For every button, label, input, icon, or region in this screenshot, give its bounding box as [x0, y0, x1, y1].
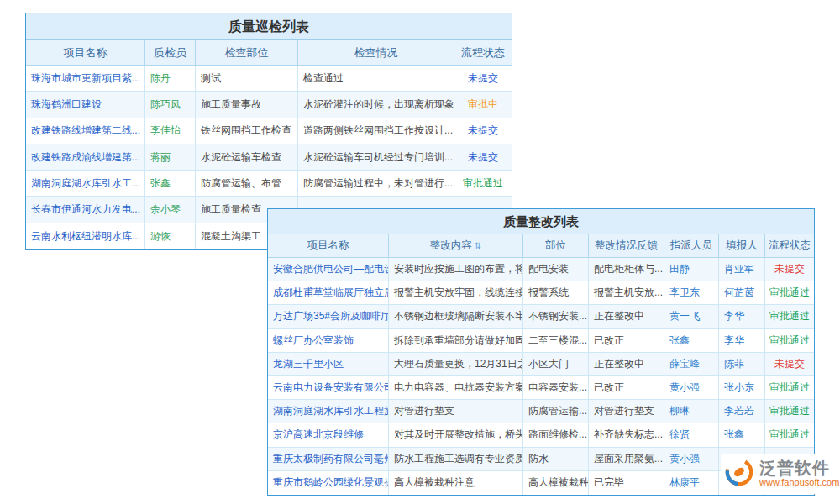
cell-reporter: 李若若	[719, 400, 765, 423]
cell-part: 防水	[523, 448, 589, 471]
cell-assignee: 张鑫	[664, 329, 719, 353]
column-header-project: 项目名称	[268, 234, 389, 258]
column-header-label: 流程状态	[461, 45, 505, 60]
column-header-part: 检查部位	[196, 40, 298, 66]
column-header-label: 质检员	[154, 45, 186, 60]
cell-part: 铁丝网围挡工作检查	[196, 118, 298, 144]
cell-feedback: 正在整改中	[589, 353, 664, 376]
cell-inspector: 张鑫	[145, 171, 196, 197]
cell-project[interactable]: 珠海鹤洲口建设	[26, 92, 145, 118]
cell-project[interactable]: 长春市伊通河水力发电...	[26, 197, 145, 223]
cell-reporter: 李华	[719, 305, 765, 328]
cell-assignee: 薛宝峰	[664, 353, 719, 376]
cell-status: 未提交	[765, 258, 814, 281]
table-row: 改建铁路成渝线增建第...蒋丽水泥砼运输车检查水泥砼运输车司机经过专门培训...…	[26, 144, 512, 171]
cell-assignee: 柳琳	[664, 400, 719, 423]
table-row: 云南电力设备安装有限公司20...电力电容器、电抗器安装方案,...电容器安装.…	[268, 376, 814, 400]
sort-icon[interactable]: ⇅	[475, 241, 481, 250]
cell-status: 审批中	[454, 92, 512, 118]
cell-part: 防腐管运输、布管	[196, 171, 298, 197]
cell-project[interactable]: 龙湖三千里小区	[268, 353, 389, 376]
cell-feedback: 补齐缺失标志...	[589, 423, 664, 447]
cell-content: 对其及时开展整改措施，桥头...	[389, 423, 523, 447]
table-row: 改建铁路线增建第二线...李佳怡铁丝网围挡工作检查道路两侧铁丝网围挡工作按设计.…	[26, 118, 512, 144]
cell-reporter: 李华	[719, 329, 765, 353]
cell-assignee: 李卫东	[664, 281, 719, 305]
rectify-table-card: 质量整改列表 项目名称整改内容⇅部位整改情况反馈指派人员填报人流程状态 安徽合肥…	[267, 208, 815, 496]
column-header-content[interactable]: 整改内容⇅	[389, 234, 523, 258]
cell-situation: 水泥砼运输车司机经过专门培训...	[298, 144, 454, 171]
column-header-feedback: 整改情况反馈	[589, 234, 664, 258]
cell-content: 不锈钢边框玻璃隔断安装不牢...	[389, 305, 523, 328]
fanpu-brand-name: 泛普软件	[759, 459, 839, 477]
cell-project[interactable]: 万达广场35#会所及咖啡厅空...	[268, 305, 389, 328]
column-header-reporter: 填报人	[719, 234, 765, 258]
cell-part: 报警系统	[523, 281, 589, 305]
cell-feedback: 报警主机安放...	[589, 281, 664, 305]
cell-assignee: 林康平	[664, 471, 719, 495]
column-header-part: 部位	[523, 234, 589, 258]
cell-status: 审批通过	[454, 171, 512, 197]
cell-part: 小区大门	[523, 353, 589, 376]
fanpu-brand-text: 泛普软件 www.fanpusoft.com	[759, 459, 839, 488]
cell-part: 不锈钢安装...	[523, 305, 589, 328]
cell-status: 未提交	[454, 66, 512, 92]
cell-part: 配电安装	[523, 258, 589, 281]
cell-inspector: 陈巧凤	[145, 92, 196, 118]
cell-content: 大理石质量更换，12月31日之...	[389, 353, 523, 376]
cell-project[interactable]: 珠海市城市更新项目紫...	[26, 66, 145, 92]
patrol-table-header-row: 项目名称质检员检查部位检查情况流程状态	[26, 40, 512, 66]
cell-reporter: 何芷茵	[719, 281, 765, 305]
column-header-situation: 检查情况	[298, 40, 454, 66]
cell-project[interactable]: 湖南洞庭湖水库引水工...	[26, 171, 145, 197]
cell-project[interactable]: 重庆太极制药有限公司毫州中...	[268, 448, 389, 471]
table-row: 京沪高速北京段维修对其及时开展整改措施，桥头...路面维修检...补齐缺失标志.…	[268, 423, 814, 447]
cell-feedback: 已改正	[589, 329, 664, 353]
cell-content: 拆除到承重墙部分请做好加固...	[389, 329, 523, 353]
cell-status: 未提交	[765, 353, 814, 376]
cell-project[interactable]: 螺丝厂办公室装饰	[268, 329, 389, 353]
cell-project[interactable]: 改建铁路成渝线增建第...	[26, 144, 145, 171]
column-header-inspector: 质检员	[145, 40, 196, 66]
cell-project[interactable]: 云南电力设备安装有限公司20...	[268, 376, 389, 400]
cell-content: 防水工程施工选调有专业资质...	[389, 448, 523, 471]
cell-status: 审批通过	[765, 305, 814, 328]
cell-project[interactable]: 成都杜甫草堂临展厅独立展...	[268, 281, 389, 305]
cell-feedback: 已完毕	[589, 471, 664, 495]
column-header-label: 项目名称	[307, 239, 349, 253]
cell-project[interactable]: 京沪高速北京段维修	[268, 423, 389, 447]
cell-inspector: 余小琴	[145, 197, 196, 223]
table-row: 珠海市城市更新项目紫...陈丹测试检查通过未提交	[26, 66, 512, 92]
cell-reporter: 张鑫	[719, 423, 765, 447]
cell-inspector: 游恢	[145, 223, 196, 249]
cell-assignee: 田静	[664, 258, 719, 281]
column-header-project: 项目名称	[26, 40, 145, 66]
cell-status: 审批通过	[765, 423, 814, 447]
cell-project[interactable]: 云南水利枢纽潜明水库...	[26, 223, 145, 249]
cell-feedback: 已改正	[589, 376, 664, 400]
table-row: 龙湖三千里小区大理石质量更换，12月31日之...小区大门正在整改中薛宝峰陈菲未…	[268, 353, 814, 376]
table-row: 安徽合肥供电公司—配电设备...安装时应按施工图的布置，将...配电安装配电柜柜…	[268, 258, 814, 281]
table-row: 珠海鹤洲口建设陈巧凤施工质量事故水泥砼灌注的时候，出现离析现象审批中	[26, 92, 512, 118]
table-row: 螺丝厂办公室装饰拆除到承重墙部分请做好加固...二至三楼混...已改正张鑫李华审…	[268, 329, 814, 353]
cell-status: 审批通过	[765, 400, 814, 423]
cell-project[interactable]: 湖南洞庭湖水库引水工程施工M...	[268, 400, 389, 423]
cell-inspector: 陈丹	[145, 66, 196, 92]
cell-project[interactable]: 改建铁路线增建第二线...	[26, 118, 145, 144]
patrol-table-title: 质量巡检列表	[26, 13, 512, 40]
page-canvas: 质量巡检列表 项目名称质检员检查部位检查情况流程状态 珠海市城市更新项目紫...…	[0, 0, 840, 504]
cell-project[interactable]: 安徽合肥供电公司—配电设备...	[268, 258, 389, 281]
cell-assignee: 黄小强	[664, 448, 719, 471]
fanpu-watermark: 泛普软件 www.fanpusoft.com	[721, 454, 840, 494]
cell-content: 电力电容器、电抗器安装方案,...	[389, 376, 523, 400]
cell-project[interactable]: 重庆市鹅岭公园绿化景观提升...	[268, 471, 389, 495]
cell-feedback: 对管进行垫支	[589, 400, 664, 423]
column-header-label: 项目名称	[64, 45, 108, 60]
cell-inspector: 蒋丽	[145, 144, 196, 171]
cell-status: 审批通过	[765, 281, 814, 305]
fanpu-logo-icon	[724, 457, 754, 491]
cell-content: 对管进行垫支	[389, 400, 523, 423]
column-header-label: 检查情况	[354, 45, 398, 60]
cell-assignee: 徐贤	[664, 423, 719, 447]
column-header-status: 流程状态	[765, 234, 814, 258]
